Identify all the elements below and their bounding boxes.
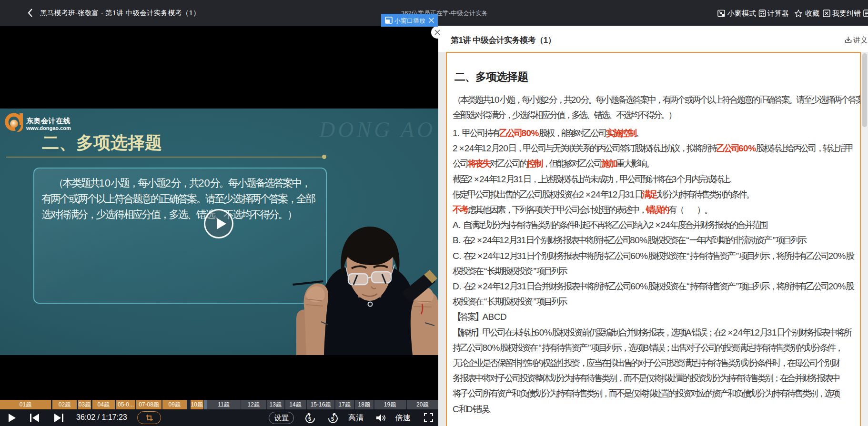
svg-text:5: 5 [308,416,311,422]
svg-text:5: 5 [331,416,334,422]
